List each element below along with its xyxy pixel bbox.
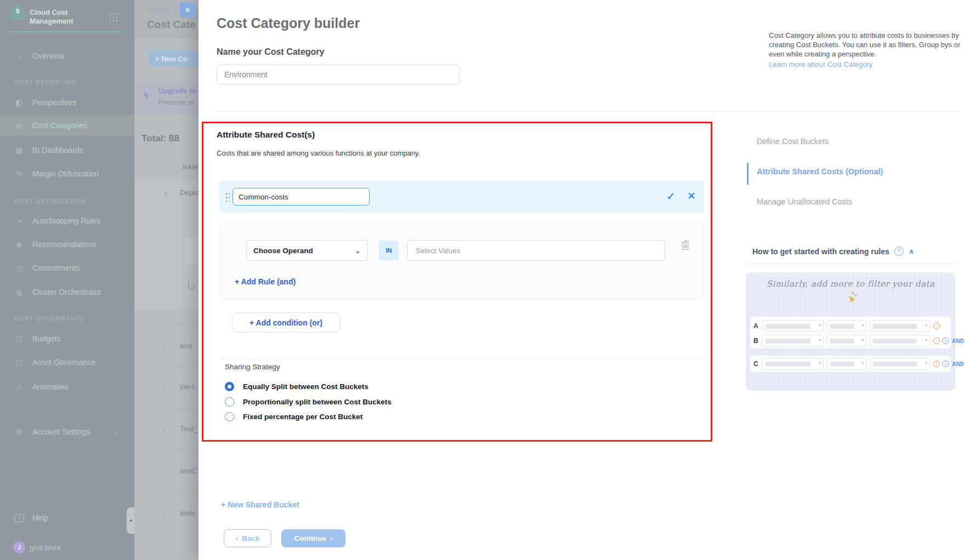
step-attribute-shared-costs[interactable]: Attribute Shared Costs (Optional): [757, 167, 883, 176]
background-page-title: Cost Cate: [147, 19, 196, 31]
radio-option-proportional-split[interactable]: Proportionally split between Cost Bucket…: [225, 396, 392, 408]
drawer-close-button[interactable]: ✕: [180, 2, 195, 18]
add-rule-button[interactable]: + Add Rule (and): [235, 277, 296, 286]
input-placeholder: Select Values: [416, 247, 461, 255]
button-label: + New Co: [155, 55, 188, 63]
placeholder-dropdown: [762, 358, 824, 370]
cost-categories-icon: ◎: [14, 121, 24, 130]
placeholder-dropdown: [762, 320, 824, 332]
sidebar-item-margin-obfuscation[interactable]: % Margin Obfuscation: [0, 165, 134, 182]
sidebar-item-help[interactable]: ? Help: [0, 510, 134, 526]
new-cost-category-button[interactable]: + New Co: [149, 50, 199, 67]
module-grid-icon[interactable]: [109, 13, 117, 21]
chevron-up-icon[interactable]: ∧: [909, 247, 915, 255]
sidebar-item-perspectives[interactable]: ◧ Perspectives: [0, 94, 134, 111]
active-step-indicator: [747, 163, 749, 185]
add-condition-button[interactable]: + Add condition (or): [232, 312, 340, 333]
bi-dashboards-icon: ▦: [14, 146, 24, 155]
table-row[interactable]: › testC: [134, 466, 199, 477]
remove-rule-icon: −: [933, 323, 940, 329]
sidebar-item-label: Commitments: [32, 264, 80, 272]
placeholder-dropdown: [870, 320, 930, 332]
row-label: joe-t: [180, 382, 194, 391]
row-label: A: [753, 322, 759, 330]
sidebar-item-account-settings[interactable]: ⚙ Account Settings ›: [0, 424, 134, 440]
back-button[interactable]: ‹ Back: [224, 529, 271, 547]
chevron-right-icon: ›: [163, 425, 166, 433]
collapse-left-icon: ◀: [129, 518, 132, 523]
table-row[interactable]: › testc: [134, 508, 199, 519]
upgrade-subtitle: Preserve or: [158, 99, 194, 106]
row-divider: [167, 408, 199, 409]
chevron-down-icon: ⌄: [355, 247, 361, 255]
row-label: B: [753, 337, 759, 345]
trash-icon[interactable]: [681, 239, 690, 251]
help-icon: ?: [14, 514, 24, 522]
rule-card: Choose Operand ⌄ IN Select Values + Add …: [219, 221, 704, 299]
sidebar: $ Cloud Cost Management ⌂ Overview COST …: [0, 0, 134, 560]
new-shared-bucket-button[interactable]: + New Shared Bucket: [221, 500, 299, 509]
radio-option-fixed-percentage[interactable]: Fixed percentage per Cost Bucket: [225, 410, 362, 422]
remove-bucket-button[interactable]: ✕: [687, 190, 696, 202]
placeholder-dropdown: [827, 358, 866, 370]
sidebar-item-commitments[interactable]: ◷ Commitments: [0, 260, 134, 276]
placeholder-dropdown: [870, 335, 930, 347]
illustration-rule-row: C − + AND: [753, 358, 964, 370]
input-value: Common-costs: [239, 193, 288, 201]
sidebar-item-autostopping-rules[interactable]: ⌁ AutoStopping Rules: [0, 213, 134, 229]
operator-badge[interactable]: IN: [379, 241, 399, 260]
sidebar-item-label: Margin Obfuscation: [32, 169, 99, 178]
step-manage-unallocated-costs[interactable]: Manage Unallocated Costs: [757, 197, 852, 206]
table-row[interactable]: › joe-t: [134, 382, 199, 393]
section-divider: [216, 111, 959, 112]
cost-category-builder-drawer: Cost Category builder Name your Cost Cat…: [199, 0, 975, 560]
radio-option-equal-split[interactable]: Equally Split between Cost Buckets: [225, 380, 369, 392]
close-icon: ✕: [687, 190, 696, 202]
sidebar-item-budgets[interactable]: ◳ Budgets: [0, 330, 134, 347]
upgrade-banner: ϟ Upgrade to Preserve or: [134, 82, 199, 114]
budgets-icon: ◳: [14, 334, 24, 343]
table-row[interactable]: ∧ Deplo: [134, 188, 199, 199]
avatar[interactable]: J: [13, 541, 25, 553]
divider: [674, 227, 674, 262]
question-icon[interactable]: ?: [894, 247, 904, 256]
row-label: C: [753, 360, 759, 368]
continue-button[interactable]: Continue ›: [281, 529, 345, 547]
name-column-header: NAME: [183, 164, 199, 170]
background-page: Account: C Cost Cate + New Co ϟ Upgrade …: [134, 0, 199, 560]
step-define-cost-buckets[interactable]: Define Cost Buckets: [757, 137, 829, 146]
sidebar-item-anomalies[interactable]: ⚠ Anomalies: [0, 379, 134, 395]
hand-icon: [186, 281, 195, 292]
chevron-up-icon: ∧: [163, 189, 169, 197]
sidebar-collapse-toggle[interactable]: ◀: [127, 507, 134, 534]
sidebar-item-overview[interactable]: ⌂ Overview: [0, 48, 134, 64]
button-label: + Add condition (or): [250, 318, 322, 327]
sidebar-item-recommendations[interactable]: ◈ Recommendations: [0, 236, 134, 253]
learn-more-link[interactable]: Learn more about Cost Category: [769, 60, 962, 69]
row-label: Deplo: [180, 188, 199, 197]
sidebar-item-cluster-orchestrator[interactable]: ◍ Cluster Orchestrator: [0, 284, 134, 300]
row-label: testC: [180, 467, 197, 475]
shared-bucket-header: Common-costs ✓ ✕: [219, 181, 704, 213]
rules-illustration-panel: Similarly, add more to filter your data …: [746, 272, 955, 391]
row-label: test: [180, 342, 192, 350]
dollar-icon: $: [9, 8, 26, 14]
table-row[interactable]: › Test_: [134, 424, 199, 435]
add-rule-icon: +: [942, 361, 949, 367]
shared-costs-description: Costs that are shared among various func…: [217, 149, 420, 157]
help-section-header[interactable]: How to get started with creating rules ?…: [752, 247, 914, 256]
sidebar-item-cost-categories[interactable]: ◎ Cost Categories: [0, 115, 134, 136]
operand-select[interactable]: Choose Operand ⌄: [246, 240, 368, 261]
cost-category-name-input[interactable]: Environment: [217, 65, 460, 84]
values-select-input[interactable]: Select Values: [407, 240, 665, 261]
info-text: Cost Category allows you to attribute co…: [769, 31, 962, 59]
radio-icon: [225, 397, 234, 407]
sidebar-item-asset-governance[interactable]: ◱ Asset Governance: [0, 354, 134, 370]
confirm-bucket-button[interactable]: ✓: [666, 190, 676, 203]
radio-label: Equally Split between Cost Buckets: [243, 382, 369, 391]
bucket-name-input[interactable]: Common-costs: [233, 188, 370, 205]
sidebar-item-bi-dashboards[interactable]: ▦ BI Dashboards: [0, 142, 134, 158]
drag-handle-icon[interactable]: [225, 192, 230, 202]
table-row[interactable]: › test: [134, 341, 199, 352]
sidebar-item-label: Cost Categories: [32, 121, 87, 130]
